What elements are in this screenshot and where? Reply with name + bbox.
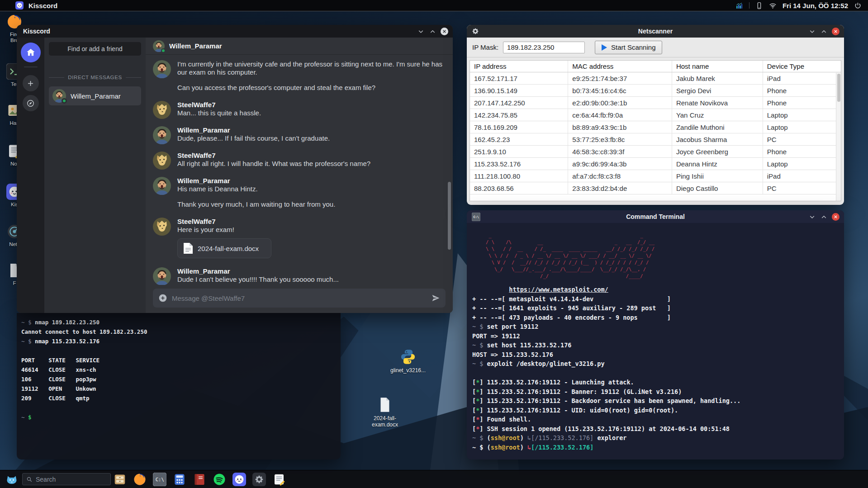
taskbar-app-terminal[interactable]: C:\ xyxy=(153,473,166,486)
close-icon[interactable] xyxy=(441,28,448,35)
taskbar: C:\ xyxy=(0,470,868,488)
power-icon[interactable] xyxy=(854,2,862,9)
kisscord-titlebar[interactable]: Kisscord xyxy=(17,25,453,38)
maximize-icon[interactable] xyxy=(820,28,828,35)
terminal-text: $ xyxy=(28,414,32,421)
send-message-icon[interactable] xyxy=(431,294,440,303)
table-cell: Laptop xyxy=(763,121,841,133)
taskbar-app-calculator[interactable] xyxy=(173,473,186,486)
taskbar-app-spotify[interactable] xyxy=(213,473,226,486)
nmap-line: 209 CLOSE qmtp xyxy=(21,393,341,403)
table-cell: 162.45.2.23 xyxy=(470,133,568,145)
table-row[interactable]: 115.233.52.176a9:9c:d6:99:4a:3bDeanna Hi… xyxy=(470,158,841,170)
tray-divider xyxy=(749,2,749,9)
message-author: Willem_Paramar xyxy=(177,267,444,275)
launcher-icon[interactable] xyxy=(5,473,18,486)
find-friend-button[interactable]: Find or add a friend xyxy=(49,42,141,56)
table-cell: 142.234.75.85 xyxy=(470,109,568,121)
clock[interactable]: Fri 14 Jun, ÖÖ 12:52 xyxy=(783,2,848,9)
terminal-text: ] 115.233.52.176:19112 - Banner: 19112 (… xyxy=(479,388,682,395)
taskbar-app-firefox[interactable] xyxy=(133,473,147,486)
table-cell: Jakub Marek xyxy=(672,72,763,84)
taskbar-app-notes[interactable] xyxy=(272,473,286,486)
table-row[interactable]: 111.218.100.80af:a7:dc:f8:c3:f8Ping Ishi… xyxy=(470,170,841,182)
ip-mask-label: IP Mask: xyxy=(472,43,498,51)
minimize-icon[interactable] xyxy=(808,28,816,35)
table-row[interactable]: 78.16.169.209b8:89:a9:43:9c:1bZandile Mu… xyxy=(470,121,841,133)
minimize-icon[interactable] xyxy=(417,28,425,35)
maximize-icon[interactable] xyxy=(429,28,436,35)
terminal-text: ) xyxy=(520,444,527,451)
cmdterm-line: [*] 115.233.52.176:19112 - UID: uid=0(ro… xyxy=(472,406,838,415)
column-header[interactable]: Host name xyxy=(672,61,763,72)
rail-divider xyxy=(24,66,38,67)
terminal-text xyxy=(21,404,25,411)
dm-item-willem[interactable]: Willem_Paramar xyxy=(49,86,141,105)
phone-icon[interactable] xyxy=(755,2,763,9)
terminal-text: [ xyxy=(472,407,476,414)
chat-header: Willem_Paramar xyxy=(146,38,453,55)
metasploit-link[interactable]: https://www.metasploit.com/ xyxy=(509,286,608,293)
search-input[interactable] xyxy=(36,476,107,483)
ip-mask-input[interactable] xyxy=(503,42,585,53)
chat-header-username: Willem_Paramar xyxy=(169,42,222,50)
table-cell: Phone xyxy=(763,97,841,109)
table-cell: 111.218.100.80 xyxy=(470,170,568,182)
table-cell: 251.9.9.10 xyxy=(470,146,568,157)
add-server-button[interactable] xyxy=(23,75,39,91)
start-scanning-button[interactable]: Start Scanning xyxy=(595,41,662,54)
table-row[interactable]: 251.9.9.1046:58:3c:c8:39:3fJoyce Greenbe… xyxy=(470,146,841,158)
terminal-text: ( xyxy=(487,444,491,451)
nmap-line: ~ $ nmap 115.233.52.176 xyxy=(21,336,341,346)
table-row[interactable]: 136.90.15.149b0:73:45:16:c4:6cSergio Dev… xyxy=(470,85,841,97)
table-cell: Jacobus Sharma xyxy=(672,133,763,145)
direct-messages-header: DIRECT MESSAGES xyxy=(49,75,141,80)
terminal-text: [ xyxy=(472,388,476,395)
explore-button[interactable] xyxy=(23,95,39,111)
close-icon[interactable] xyxy=(832,28,840,35)
kisscord-window: Kisscord Find or add a friend DIRECT MES… xyxy=(17,25,453,313)
nmap-line: 19112 OPEN Unkown xyxy=(21,384,341,393)
terminal-titlebar[interactable]: C:\ Command Terminal xyxy=(467,210,844,223)
desktop-icon-exam-document[interactable]: 2024-fall-exam.docx xyxy=(360,396,410,428)
column-header[interactable]: IP address xyxy=(470,61,568,72)
taskbar-app-book[interactable] xyxy=(193,473,206,486)
desktop-icon-label: 2024-fall-exam.docx xyxy=(372,415,398,428)
minimize-icon[interactable] xyxy=(808,213,816,221)
nmap-line: PORT STATE SERVICE xyxy=(21,355,341,365)
attach-file-icon[interactable] xyxy=(158,294,167,303)
chat-scrollbar-thumb[interactable] xyxy=(448,182,451,250)
taskbar-search[interactable] xyxy=(22,473,111,485)
taskbar-app-kisscord[interactable] xyxy=(232,473,246,486)
doge-avatar xyxy=(153,152,171,170)
table-row[interactable]: 207.147.142.250e2:d0:9b:00:3e:1bRenate N… xyxy=(470,97,841,109)
table-scrollbar-thumb[interactable] xyxy=(837,74,840,102)
taskbar-app-settings[interactable] xyxy=(252,473,266,486)
table-row[interactable]: 88.203.68.5623:83:3d:d2:b4:deDiego Casti… xyxy=(470,182,841,194)
column-header[interactable]: MAC address xyxy=(568,61,672,72)
message-group: Willem_ParamarDude I can't believe you!!… xyxy=(153,267,444,284)
message-input[interactable] xyxy=(172,294,427,302)
maximize-icon[interactable] xyxy=(820,213,828,221)
desktop-icon-glinet-script[interactable]: glinet_v3216... xyxy=(383,348,433,374)
compass-icon xyxy=(26,99,35,108)
message-group: I'm currently in the university cafe and… xyxy=(153,60,444,92)
column-header[interactable]: Device Type xyxy=(763,61,841,72)
table-row[interactable]: 162.45.2.2353:77:25:e3:fb:8cJacobus Shar… xyxy=(470,133,841,146)
wifi-icon[interactable] xyxy=(769,2,777,9)
netscanner-titlebar[interactable]: Netscanner xyxy=(467,25,844,38)
table-cell: 46:58:3c:c8:39:3f xyxy=(568,146,672,157)
doge-avatar xyxy=(153,101,171,119)
performance-chart-icon[interactable] xyxy=(735,2,743,9)
home-button[interactable] xyxy=(21,43,41,62)
message-text: Thank you very much, I am waiting to hea… xyxy=(177,200,444,208)
table-row[interactable]: 167.52.171.17e9:25:21:74:be:37Jakub Mare… xyxy=(470,72,841,85)
table-row[interactable]: 142.234.75.85ce:6a:44:fb:f9:0aYan CruzLa… xyxy=(470,109,841,121)
message-author: SteelWaffe7 xyxy=(177,152,444,160)
close-icon[interactable] xyxy=(832,213,840,221)
table-scrollbar[interactable] xyxy=(836,73,841,201)
attachment-card[interactable]: 2024-fall-exam.docx xyxy=(177,238,271,258)
message-text: Can you access the professor's computer … xyxy=(177,84,444,92)
doge-avatar xyxy=(153,218,171,236)
taskbar-app-file-manager[interactable] xyxy=(113,473,127,486)
